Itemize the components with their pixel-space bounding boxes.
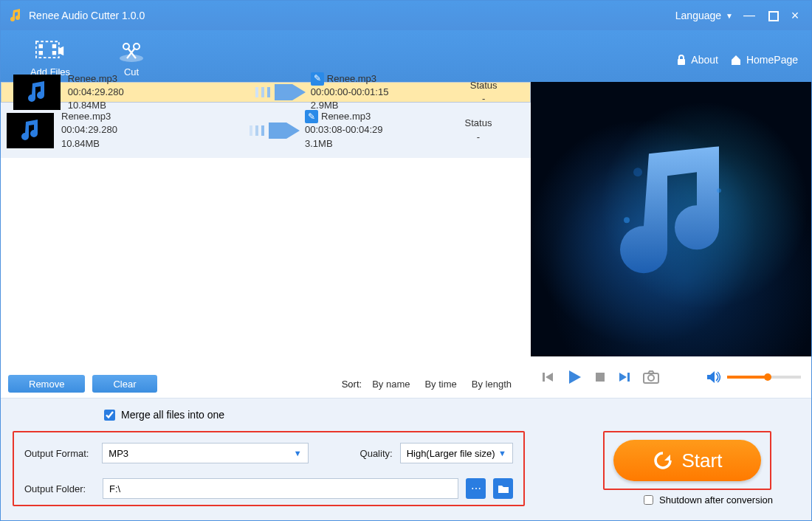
svg-point-5 (120, 55, 143, 62)
preview-pane (531, 82, 811, 398)
quality-label: Quality: (360, 448, 393, 459)
close-button[interactable]: × (786, 8, 804, 24)
output-settings-highlight: Output Format: MP3 ▼ Quality: High(Large… (13, 431, 525, 506)
settings-pane: Merge all files into one Output Format: … (1, 398, 811, 520)
output-format-select[interactable]: MP3 ▼ (102, 443, 308, 463)
start-button[interactable]: Start (613, 440, 761, 481)
chevron-down-icon: ▼ (726, 12, 733, 20)
remove-button[interactable]: Remove (8, 375, 85, 393)
next-button[interactable] (618, 370, 631, 384)
prev-button[interactable] (541, 370, 554, 384)
output-folder-input[interactable]: F:\ (103, 478, 458, 499)
chevron-down-icon: ▼ (294, 449, 302, 458)
home-icon (730, 54, 742, 66)
lock-icon (676, 54, 687, 66)
more-button[interactable]: ⋯ (466, 478, 486, 499)
svg-rect-10 (261, 87, 264, 97)
dst-range: 00:00:00-00:01:15 (311, 86, 443, 99)
merge-checkbox-input[interactable] (104, 410, 115, 421)
dst-size: 3.1MB (305, 137, 438, 151)
arrow-icon (246, 121, 305, 140)
refresh-icon (653, 450, 673, 471)
status-label: Status (438, 117, 519, 130)
shutdown-checkbox-input[interactable] (644, 495, 653, 505)
svg-point-16 (717, 188, 721, 193)
app-title: Renee Audio Cutter 1.0.0 (29, 10, 145, 21)
svg-rect-4 (52, 51, 56, 55)
src-duration: 00:04:29.280 (61, 123, 246, 137)
file-list: Renee.mp3 00:04:29.280 10.84MB ✎ Renee.m… (1, 82, 531, 398)
svg-rect-11 (267, 87, 270, 97)
format-label: Output Format: (24, 448, 94, 459)
svg-rect-3 (52, 44, 56, 48)
svg-rect-14 (261, 125, 264, 136)
volume-icon[interactable] (706, 370, 721, 384)
film-add-icon (35, 38, 65, 63)
folder-label: Output Folder: (24, 483, 95, 494)
maximize-button[interactable] (768, 11, 779, 21)
sort-by-name[interactable]: By name (368, 379, 414, 390)
svg-rect-12 (250, 125, 252, 136)
sort-by-length[interactable]: By length (467, 379, 516, 390)
shutdown-checkbox[interactable]: Shutdown after conversion (644, 494, 773, 506)
file-thumbnail (7, 113, 54, 148)
snapshot-button[interactable] (643, 370, 659, 384)
quality-select[interactable]: High(Larger file size) ▼ (400, 443, 513, 463)
file-row[interactable]: Renee.mp3 00:04:29.280 10.84MB ✎ Renee.m… (1, 82, 531, 103)
svg-rect-20 (627, 373, 630, 382)
clear-button[interactable]: Clear (92, 375, 156, 393)
svg-rect-1 (39, 44, 43, 48)
svg-point-17 (633, 168, 642, 176)
svg-point-15 (624, 217, 630, 223)
svg-rect-2 (39, 51, 43, 55)
dst-range: 00:03:08-00:04:29 (305, 123, 438, 137)
stop-button[interactable] (594, 371, 606, 383)
preview-screen (531, 82, 811, 356)
status-value: - (443, 92, 524, 106)
src-file-name: Renee.mp3 (68, 72, 252, 86)
volume-slider[interactable] (727, 376, 801, 379)
sort-by-time[interactable]: By time (420, 379, 461, 390)
dst-file-name: Renee.mp3 (327, 72, 376, 86)
status-label: Status (443, 79, 524, 92)
svg-rect-9 (255, 87, 258, 97)
app-logo-icon (8, 8, 23, 23)
chevron-down-icon: ▼ (498, 449, 506, 458)
music-note-icon (608, 146, 734, 286)
svg-rect-18 (543, 373, 545, 382)
edit-icon[interactable]: ✎ (311, 72, 324, 86)
player-controls (531, 356, 811, 398)
play-button[interactable] (566, 369, 582, 385)
scissors-icon (117, 38, 146, 63)
svg-rect-19 (596, 373, 605, 382)
sort-label: Sort: (342, 379, 362, 390)
about-button[interactable]: About (676, 54, 718, 66)
svg-rect-13 (255, 125, 258, 136)
file-thumbnail (13, 75, 61, 110)
title-bar: Renee Audio Cutter 1.0.0 Language ▼ — × (1, 1, 811, 30)
dst-size: 2.9MB (311, 99, 443, 112)
src-duration: 00:04:29.280 (68, 86, 252, 99)
start-highlight: Start (603, 431, 771, 490)
language-menu[interactable]: Language ▼ (675, 10, 733, 21)
merge-checkbox[interactable]: Merge all files into one (104, 409, 799, 421)
arrow-icon (252, 83, 311, 102)
browse-folder-button[interactable] (493, 478, 513, 499)
src-size: 10.84MB (61, 137, 246, 151)
homepage-button[interactable]: HomePage (730, 54, 798, 66)
svg-point-22 (648, 375, 654, 381)
svg-rect-8 (678, 59, 685, 65)
src-size: 10.84MB (68, 99, 252, 112)
svg-rect-0 (36, 41, 59, 58)
status-value: - (438, 131, 519, 144)
minimize-button[interactable]: — (740, 9, 758, 22)
